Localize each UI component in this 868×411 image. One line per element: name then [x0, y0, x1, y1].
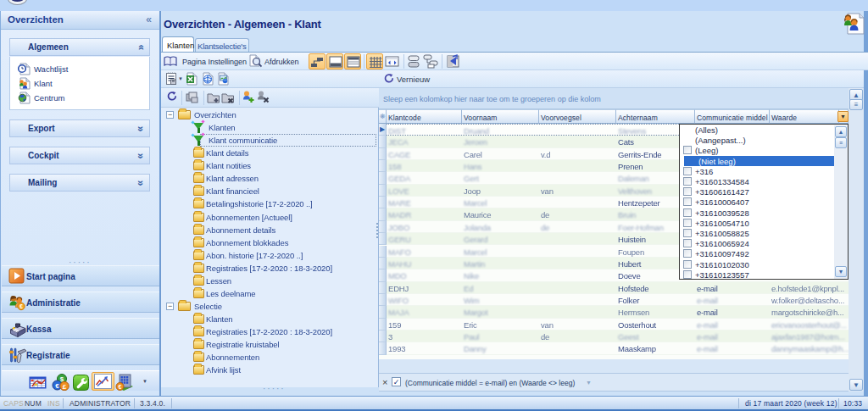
- svg-text:£: £: [63, 383, 67, 391]
- svg-text:€: €: [19, 303, 23, 309]
- svg-text:€: €: [55, 382, 59, 390]
- svg-text:€: €: [119, 384, 122, 390]
